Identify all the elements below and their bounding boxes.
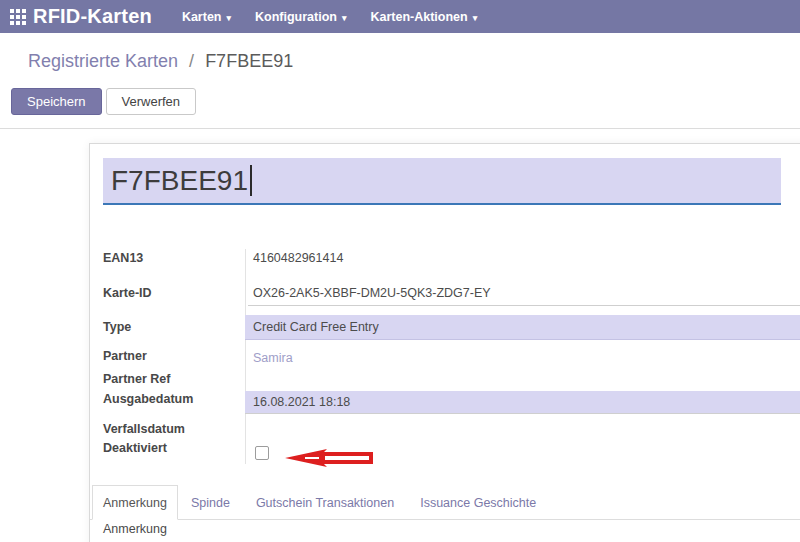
tab-issuance-geschichte[interactable]: Issuance Geschichte xyxy=(407,485,549,520)
breadcrumb-current: F7FBEE91 xyxy=(205,51,293,71)
action-buttons: Speichern Verwerfen xyxy=(11,88,196,115)
apps-grid-icon[interactable] xyxy=(10,9,26,25)
notebook-tabs: Anmerkung Spinde Gutschein Transaktionen… xyxy=(92,485,549,520)
karte-id-input-underline xyxy=(248,305,800,306)
card-name-input[interactable]: F7FBEE91 xyxy=(103,158,781,205)
caret-down-icon: ▾ xyxy=(473,13,478,23)
ean13-value: 4160482961414 xyxy=(253,251,343,265)
tab-spinde[interactable]: Spinde xyxy=(178,485,243,520)
nav-menus: Karten ▾ Konfiguration ▾ Karten-Aktionen… xyxy=(182,10,477,24)
text-cursor xyxy=(250,165,252,196)
anmerkung-field-label: Anmerkung xyxy=(103,522,167,536)
deaktiviert-label: Deaktiviert xyxy=(103,441,241,455)
breadcrumb-separator: / xyxy=(189,51,194,71)
label-value-separator xyxy=(245,249,246,464)
breadcrumb-parent-link[interactable]: Registrierte Karten xyxy=(28,51,178,71)
karte-id-label: Karte-ID xyxy=(103,286,241,300)
app-title: RFID-Karten xyxy=(33,5,152,28)
type-label: Type xyxy=(103,320,241,334)
ausgabedatum-label: Ausgabedatum xyxy=(103,392,241,406)
save-button[interactable]: Speichern xyxy=(11,88,102,115)
menu-karten-aktionen[interactable]: Karten-Aktionen ▾ xyxy=(370,10,477,24)
form-sheet: F7FBEE91 EAN13 4160482961414 Karte-ID OX… xyxy=(89,143,800,542)
control-panel-divider xyxy=(0,128,800,129)
caret-down-icon: ▾ xyxy=(342,13,347,23)
deaktiviert-checkbox[interactable] xyxy=(255,446,269,460)
menu-karten[interactable]: Karten ▾ xyxy=(182,10,231,24)
top-navbar: RFID-Karten Karten ▾ Konfiguration ▾ Kar… xyxy=(0,0,800,33)
tab-anmerkung[interactable]: Anmerkung xyxy=(92,485,178,520)
menu-konfiguration[interactable]: Konfiguration ▾ xyxy=(255,10,346,24)
ausgabedatum-input[interactable]: 16.08.2021 18:18 xyxy=(245,391,800,414)
red-arrow-annotation xyxy=(283,447,375,469)
partner-label: Partner xyxy=(103,349,241,363)
caret-down-icon: ▾ xyxy=(226,13,231,23)
discard-button[interactable]: Verwerfen xyxy=(106,88,197,115)
verfallsdatum-label: Verfallsdatum xyxy=(103,422,241,436)
partner-ref-label: Partner Ref xyxy=(103,372,241,386)
breadcrumb: Registrierte Karten / F7FBEE91 xyxy=(28,51,293,72)
type-select[interactable]: Credit Card Free Entry xyxy=(245,315,800,340)
tab-gutschein-transaktionen[interactable]: Gutschein Transaktionen xyxy=(243,485,407,520)
partner-link[interactable]: Samira xyxy=(253,351,293,365)
karte-id-input[interactable]: OX26-2AK5-XBBF-DM2U-5QK3-ZDG7-EY xyxy=(253,286,491,300)
ean13-label: EAN13 xyxy=(103,251,241,265)
